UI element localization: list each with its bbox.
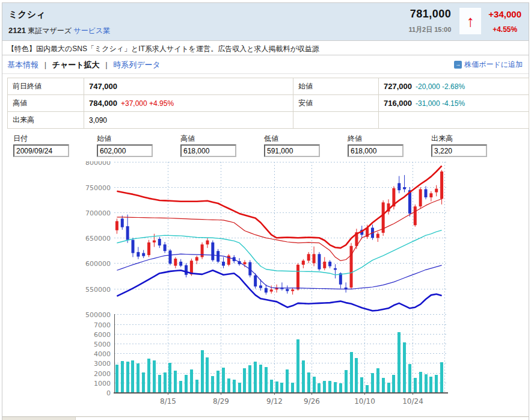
low-label: 安値 bbox=[293, 95, 379, 112]
partial-table-row bbox=[2, 416, 529, 420]
svg-text:650000: 650000 bbox=[85, 235, 111, 242]
company-feature-text: 【特色】国内最大のSNS「ミクシィ」とIT系求人サイトを運営。広告収入と求人掲載… bbox=[2, 40, 529, 55]
svg-text:700000: 700000 bbox=[85, 209, 111, 217]
svg-text:750000: 750000 bbox=[85, 184, 111, 192]
price-panel: 781,000 11月2日 15:00 ↑ +34,000 +4.55% bbox=[408, 8, 521, 34]
stock-header: ミクシィ 2121 東証マザーズ サービス業 781,000 11月2日 15:… bbox=[2, 3, 529, 40]
svg-text:600000: 600000 bbox=[85, 260, 111, 268]
svg-text:2000: 2000 bbox=[94, 370, 111, 378]
price-summary: 前日終値 747,000 始値 727,000-20,000 -2.68% 高値… bbox=[2, 74, 529, 129]
table-row: 高値 784,000+37,000 +4.95% 安値 716,000-31,0… bbox=[8, 95, 529, 112]
svg-text:8/29: 8/29 bbox=[213, 397, 229, 406]
low-input[interactable] bbox=[264, 144, 320, 157]
open-value: 727,000-20,000 -2.68% bbox=[379, 78, 529, 95]
tab-basic-info[interactable]: 基本情報 bbox=[7, 60, 38, 69]
candlestick-chart: 8000007500007000006500006000005500005000… bbox=[2, 161, 531, 416]
add-to-board-link[interactable]: → 株価ボードに追加 bbox=[454, 60, 523, 70]
close-field-label: 終値 bbox=[348, 134, 431, 144]
add-to-board-label: 株価ボードに追加 bbox=[464, 60, 523, 70]
low-field-label: 低値 bbox=[264, 134, 348, 144]
svg-text:10/10: 10/10 bbox=[354, 397, 375, 406]
high-value: 784,000+37,000 +4.95% bbox=[84, 95, 293, 112]
quote-nav: 基本情報 | チャート拡大 | 時系列データ → 株価ボードに追加 bbox=[2, 55, 529, 74]
table-row: 出来高 3,090 bbox=[8, 112, 529, 129]
svg-text:800000: 800000 bbox=[85, 161, 111, 167]
svg-text:500000: 500000 bbox=[85, 311, 111, 319]
tab-chart-enlarge[interactable]: チャート拡大 bbox=[52, 60, 100, 69]
tab-time-series[interactable]: 時系列データ bbox=[113, 60, 161, 69]
ohlc-input-form: 日付 始値 高値 低値 終値 出来高 bbox=[2, 129, 529, 161]
high-label: 高値 bbox=[8, 95, 84, 112]
price-direction-cell: ↑ bbox=[459, 8, 481, 34]
sector-link[interactable]: サービス業 bbox=[73, 26, 110, 35]
volume-label: 出来高 bbox=[8, 112, 84, 129]
prev-close-value: 747,000 bbox=[84, 78, 293, 95]
svg-text:9/26: 9/26 bbox=[304, 397, 320, 406]
close-input[interactable] bbox=[348, 144, 404, 157]
volume-field-label: 出来高 bbox=[431, 134, 515, 144]
price-change-percent: +4.55% bbox=[488, 25, 521, 34]
high-field-label: 高値 bbox=[180, 134, 264, 144]
svg-text:0: 0 bbox=[106, 389, 111, 397]
prev-close-label: 前日終値 bbox=[8, 78, 84, 95]
nav-separator: | bbox=[105, 60, 107, 69]
date-input[interactable] bbox=[13, 144, 69, 157]
svg-text:10/24: 10/24 bbox=[402, 397, 423, 406]
date-field-label: 日付 bbox=[13, 134, 97, 144]
partial-value-cell bbox=[76, 417, 529, 420]
open-input[interactable] bbox=[97, 144, 153, 157]
volume-input[interactable] bbox=[431, 144, 487, 157]
quote-timestamp: 11月2日 15:00 bbox=[408, 25, 451, 34]
empty-cell bbox=[379, 112, 529, 129]
partial-label-cell bbox=[2, 417, 76, 420]
svg-text:550000: 550000 bbox=[85, 286, 111, 294]
price-change: +34,000 bbox=[488, 9, 521, 19]
up-arrow-icon: ↑ bbox=[467, 13, 474, 29]
open-field-label: 始値 bbox=[97, 134, 180, 144]
svg-text:4000: 4000 bbox=[94, 350, 111, 358]
svg-text:5000: 5000 bbox=[94, 341, 111, 348]
high-input[interactable] bbox=[180, 144, 236, 157]
nav-separator: | bbox=[45, 60, 46, 69]
open-label: 始値 bbox=[293, 78, 379, 95]
low-value: 716,000-31,000 -4.15% bbox=[379, 95, 529, 112]
svg-text:9/12: 9/12 bbox=[266, 397, 283, 406]
market-label: 東証マザーズ bbox=[28, 26, 72, 35]
svg-text:1000: 1000 bbox=[94, 380, 111, 388]
svg-text:7000: 7000 bbox=[94, 321, 111, 329]
volume-value: 3,090 bbox=[84, 112, 293, 129]
quote-page: ミクシィ 2121 東証マザーズ サービス業 781,000 11月2日 15:… bbox=[2, 2, 529, 420]
svg-text:6000: 6000 bbox=[94, 331, 111, 339]
svg-text:8/15: 8/15 bbox=[160, 397, 176, 406]
empty-cell bbox=[293, 112, 379, 129]
svg-text:3000: 3000 bbox=[94, 360, 111, 368]
arrow-right-icon: → bbox=[454, 61, 462, 69]
current-price: 781,000 bbox=[408, 8, 451, 20]
table-row: 前日終値 747,000 始値 727,000-20,000 -2.68% bbox=[8, 78, 529, 95]
stock-code: 2121 bbox=[8, 26, 26, 35]
